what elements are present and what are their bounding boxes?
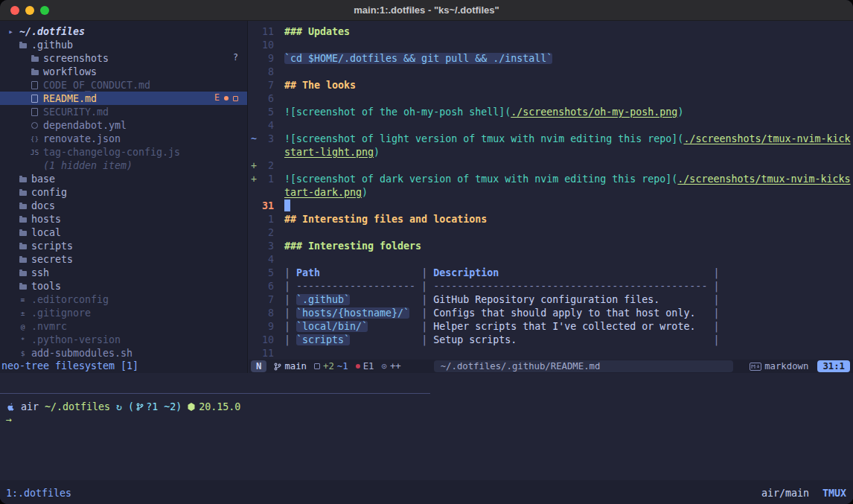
editor-line[interactable]: 10| `scripts` | Setup scripts. | — [249, 333, 853, 346]
zoom-button[interactable] — [40, 6, 49, 15]
tree-item[interactable]: docs — [0, 199, 247, 212]
editor-line[interactable]: +1![screenshot of dark version of tmux w… — [249, 172, 853, 185]
tree-item[interactable]: *.python-version — [0, 333, 247, 346]
line-text: ![screenshot of dark version of tmux wit… — [284, 173, 851, 185]
editor-line[interactable]: 7| `.github` | GitHub Repository configu… — [249, 293, 853, 306]
editor-line[interactable]: 4 — [249, 252, 853, 266]
tree-item[interactable]: @.nvmrc — [0, 319, 247, 333]
tree-item-label: renovate.json — [43, 133, 121, 144]
shell-pane[interactable]: air ~/.dotfiles ↻ ( ?1 ~2) 20.15.0 — [0, 400, 853, 480]
line-number: 7 — [258, 80, 274, 91]
editor-line[interactable]: 2 — [249, 226, 853, 239]
editor-line[interactable]: start-light.png) — [249, 145, 853, 159]
tree-item[interactable]: local — [0, 226, 247, 239]
tree-item-label: .editorconfig — [31, 294, 109, 305]
tree-item[interactable]: dependabot.yml — [0, 118, 247, 132]
tree-item[interactable]: ▸~/.dotfiles — [0, 25, 247, 38]
line-number: 2 — [258, 227, 274, 238]
editor-line[interactable]: +2 — [249, 159, 853, 172]
tree-item[interactable]: README.mdE — [0, 92, 247, 105]
tree-item-label: ~/.dotfiles — [19, 26, 85, 37]
star-icon: * — [18, 334, 28, 345]
editor-line[interactable]: tart-dark.png) — [249, 185, 853, 199]
tree-item[interactable]: $add-submodules.sh — [0, 346, 247, 360]
tree-item-label: ssh — [31, 267, 49, 278]
file-icon — [30, 106, 39, 117]
tree-item[interactable]: ssh — [0, 266, 247, 279]
line-text: ## Interesting files and locations — [284, 214, 487, 225]
editor-line[interactable]: 8| `hosts/{hostname}/` | Configs that sh… — [249, 306, 853, 319]
tree-item[interactable]: scripts — [0, 239, 247, 252]
folder-icon — [18, 187, 28, 197]
line-text: ## The looks — [284, 80, 356, 91]
editor-line[interactable]: ~3![screenshot of light version of tmux … — [249, 132, 853, 145]
tree-item[interactable]: JStag-changelog-config.js — [0, 145, 247, 159]
tree-item[interactable]: base — [0, 172, 247, 185]
chevron-icon: ▸ — [6, 26, 16, 36]
traffic-lights — [10, 6, 49, 15]
tmux-session-name: air/main — [761, 487, 809, 500]
filetype-segment: markdown — [750, 361, 808, 371]
tree-item[interactable]: {}renovate.json — [0, 132, 247, 145]
editor-line[interactable]: 5![screenshot of the oh-my-posh shell](.… — [249, 105, 853, 118]
editor-pane[interactable]: 11### Updates109`cd $HOME/.dotfiles && g… — [249, 21, 853, 373]
cmdline-row — [0, 373, 853, 386]
minimize-button[interactable] — [25, 6, 34, 15]
tree-item-label: screenshots — [43, 53, 109, 64]
tree-item[interactable]: ≡.editorconfig — [0, 293, 247, 306]
tree-item[interactable]: config — [0, 185, 247, 199]
tree-item[interactable]: (1 hidden item) — [0, 159, 247, 172]
shell-icon: $ — [18, 348, 28, 358]
editor-line[interactable]: 3### Interesting folders — [249, 239, 853, 252]
line-number: 8 — [258, 66, 274, 77]
file-tree: ▸~/.dotfiles.githubscreenshots?workflows… — [0, 25, 247, 360]
hostname: air — [21, 401, 39, 412]
tree-item[interactable]: ±.gitignore — [0, 306, 247, 319]
editor-line[interactable]: 7## The looks — [249, 78, 853, 92]
folder-icon — [18, 281, 28, 291]
line-number: 3 — [258, 133, 274, 144]
close-button[interactable] — [10, 6, 19, 15]
editor-line[interactable]: 8 — [249, 65, 853, 78]
tree-item-label: .python-version — [31, 334, 121, 345]
line-number: 31 — [258, 200, 274, 211]
editor-line[interactable]: 31 — [249, 199, 853, 212]
git-status-counts: ?1 ~2) — [146, 401, 182, 412]
tree-item[interactable]: tools — [0, 279, 247, 293]
tree-item[interactable]: .github — [0, 38, 247, 51]
braces-icon: {} — [30, 133, 39, 144]
tree-item[interactable]: hosts — [0, 212, 247, 226]
line-number: 4 — [258, 254, 274, 265]
editor-line[interactable]: 9| `local/bin/` | Helper scripts that I'… — [249, 319, 853, 333]
folder-icon — [18, 173, 28, 184]
editor-line[interactable]: 9`cd $HOME/.dotfiles && git pull && ./in… — [249, 51, 853, 65]
tmux-window-item[interactable]: 1:.dotfiles — [6, 487, 71, 500]
editor-line[interactable]: 1## Interesting files and locations — [249, 212, 853, 226]
tree-item[interactable]: secrets — [0, 252, 247, 266]
editor-line[interactable]: 11### Updates — [249, 25, 853, 38]
line-number: 9 — [258, 53, 274, 64]
tree-item[interactable]: CODE_OF_CONDUCT.md — [0, 78, 247, 92]
node-version-segment: 20.15.0 — [188, 401, 240, 412]
line-text: ### Updates — [284, 26, 350, 37]
tree-item-label: (1 hidden item) — [43, 160, 132, 171]
editor-line[interactable]: 6 — [249, 92, 853, 105]
line-number: 6 — [258, 93, 274, 104]
editor-line[interactable]: 5| Path | Description | — [249, 266, 853, 279]
diff-added: +2 — [323, 361, 334, 371]
tree-item-label: docs — [31, 200, 55, 211]
branch-icon — [274, 363, 281, 371]
at-icon: @ — [18, 321, 28, 331]
tmux-client-area: ▸~/.dotfiles.githubscreenshots?workflows… — [0, 21, 853, 504]
tree-item[interactable]: screenshots? — [0, 51, 247, 65]
folder-icon — [18, 240, 28, 251]
tmux-pane-divider[interactable] — [0, 393, 430, 394]
editor-line[interactable]: 10 — [249, 38, 853, 51]
editor-line[interactable]: 11 — [249, 346, 853, 360]
window-title: main:1:.dotfiles - "ks~/.dotfiles" — [354, 4, 499, 16]
line-text: | `.github` | GitHub Repository configur… — [284, 294, 719, 305]
editor-line[interactable]: 4 — [249, 118, 853, 132]
tree-item[interactable]: SECURITY.md — [0, 105, 247, 118]
editor-line[interactable]: 6| -------------------- | --------------… — [249, 279, 853, 293]
tree-item[interactable]: workflows — [0, 65, 247, 78]
